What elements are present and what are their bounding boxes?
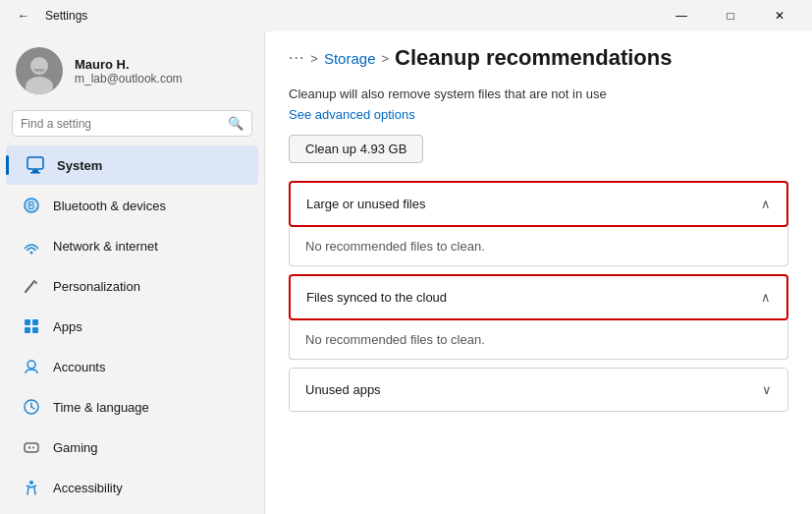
apps-icon [22,316,41,336]
back-button[interactable]: ← [10,0,37,31]
section-label-cloud-synced: Files synced to the cloud [306,290,447,305]
system-icon [26,155,45,175]
breadcrumb-sep2: > [381,51,389,66]
user-email: m_lab@outlook.com [75,72,183,86]
svg-point-15 [27,361,35,369]
accordion-header-unused-apps[interactable]: Unused apps ∨ [290,369,787,411]
sidebar-item-bluetooth[interactable]: B Bluetooth & devices [6,186,258,225]
sidebar-item-time[interactable]: Time & language [6,387,258,427]
bluetooth-icon: B [22,196,41,215]
sidebar-item-network[interactable]: Network & internet [6,226,258,265]
breadcrumb-storage[interactable]: Storage [324,50,376,67]
minimize-button[interactable]: — [659,0,704,31]
sidebar-label-apps: Apps [53,319,82,334]
gaming-icon [22,437,41,457]
svg-point-23 [29,481,33,485]
back-icon: ← [18,9,29,23]
svg-rect-14 [32,327,38,333]
svg-text:B: B [28,200,35,211]
sidebar-label-bluetooth: Bluetooth & devices [53,199,166,213]
sidebar-label-accounts: Accounts [53,360,105,374]
accordion-header-large-unused[interactable]: Large or unused files ∧ [291,183,786,225]
svg-line-18 [31,407,34,409]
titlebar-left: ← Settings [10,0,87,31]
cleanup-button[interactable]: Clean up 4.93 GB [289,135,423,163]
info-text: Cleanup will also remove system files th… [289,86,788,101]
sidebar-item-apps[interactable]: Apps [6,307,258,346]
time-icon [22,397,41,417]
sidebar-label-time: Time & language [53,400,149,415]
chevron-cloud-synced: ∧ [761,290,771,305]
maximize-icon: □ [727,9,733,23]
svg-rect-4 [32,170,38,172]
sidebar-item-personalization[interactable]: Personalization [6,266,258,306]
user-info: Mauro H. m_lab@outlook.com [75,57,183,86]
no-files-large-unused: No recommended files to clean. [289,227,788,266]
chevron-unused-apps: ∨ [762,382,772,397]
minimize-icon: — [676,9,687,23]
app-body: Mauro H. m_lab@outlook.com 🔍 System B [0,31,812,514]
section-label-large-unused: Large or unused files [306,197,425,211]
svg-rect-19 [25,443,38,452]
breadcrumb: ··· > Storage > Cleanup recommendations [265,31,812,81]
svg-rect-3 [27,157,43,169]
close-button[interactable]: ✕ [757,0,802,31]
svg-rect-13 [25,327,30,333]
sidebar-item-system[interactable]: System [6,145,258,185]
advanced-options-link[interactable]: See advanced options [289,107,415,122]
search-box[interactable]: 🔍 [12,110,252,137]
svg-line-10 [26,281,34,292]
sidebar-item-privacy[interactable]: Privacy & security [6,508,258,514]
nav-list: System B Bluetooth & devices Network & i… [0,144,264,514]
sidebar-label-system: System [57,158,102,173]
chevron-large-unused: ∧ [761,197,771,211]
svg-rect-11 [25,319,30,325]
svg-rect-12 [32,319,38,325]
main-content: ··· > Storage > Cleanup recommendations … [265,31,812,514]
personalization-icon [22,276,41,296]
sidebar-item-accessibility[interactable]: Accessibility [6,468,258,507]
breadcrumb-dots: ··· [289,49,304,67]
sidebar-label-personalization: Personalization [53,279,140,294]
accounts-icon [22,357,41,376]
svg-point-22 [32,447,34,449]
section-cloud-synced: Files synced to the cloud ∧ [289,274,788,320]
titlebar: ← Settings — □ ✕ [0,0,812,31]
search-input[interactable] [21,117,228,131]
user-name: Mauro H. [75,57,183,72]
sidebar: Mauro H. m_lab@outlook.com 🔍 System B [0,31,265,514]
sidebar-item-gaming[interactable]: Gaming [6,428,258,467]
svg-point-9 [30,252,33,255]
section-large-unused: Large or unused files ∧ [289,181,788,227]
maximize-button[interactable]: □ [708,0,753,31]
content-body: Cleanup will also remove system files th… [265,81,812,439]
page-title: Cleanup recommendations [395,45,672,71]
titlebar-controls: — □ ✕ [659,0,802,31]
sidebar-item-accounts[interactable]: Accounts [6,347,258,386]
sidebar-label-network: Network & internet [53,239,158,254]
titlebar-title: Settings [45,9,87,23]
sidebar-label-gaming: Gaming [53,440,98,455]
breadcrumb-sep1: > [310,51,318,66]
accordion-header-cloud-synced[interactable]: Files synced to the cloud ∧ [291,276,786,318]
svg-rect-5 [30,172,40,174]
active-indicator [6,155,9,175]
network-icon [22,236,41,256]
close-icon: ✕ [775,9,785,23]
search-icon: 🔍 [228,116,244,131]
user-profile: Mauro H. m_lab@outlook.com [0,31,264,106]
sidebar-label-accessibility: Accessibility [53,481,123,495]
accessibility-icon [22,478,41,497]
no-files-cloud-synced: No recommended files to clean. [289,320,788,360]
svg-point-1 [30,57,48,75]
section-unused-apps: Unused apps ∨ [289,368,788,412]
section-label-unused-apps: Unused apps [305,382,381,397]
avatar [16,47,63,94]
